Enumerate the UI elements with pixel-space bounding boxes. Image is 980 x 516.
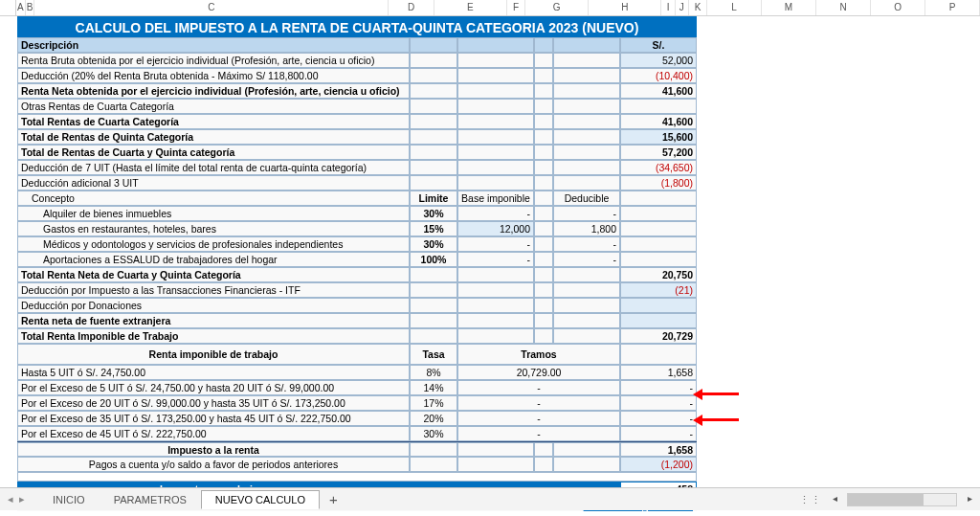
arrow-annotation-1 xyxy=(701,393,739,395)
tax-bracket-row[interactable]: Por el Exceso de 45 UIT ó S/. 222,750.00… xyxy=(17,426,697,441)
concept-row[interactable]: Médicos y odontologos y servicios de pro… xyxy=(17,236,697,252)
add-sheet-button[interactable]: + xyxy=(320,491,347,507)
concept-limite-header: Limite xyxy=(410,191,457,206)
col-N[interactable]: N xyxy=(816,0,871,15)
tab-nav-prev-icon[interactable]: ◂ xyxy=(8,493,13,505)
col-O[interactable]: O xyxy=(871,0,925,15)
impuesto-renta-value: 1,658 xyxy=(620,442,697,457)
col-I[interactable]: I xyxy=(661,0,675,15)
tax-header-tramos: Tramos xyxy=(457,344,620,365)
impuesto-renta-label: Impuesto a la renta xyxy=(17,442,410,457)
col-A[interactable]: A xyxy=(16,0,26,15)
row-gutter xyxy=(0,16,17,511)
horizontal-scrollbar[interactable]: ⋮⋮ ◂ ▸ xyxy=(799,489,976,510)
table-row[interactable]: Deducción por Donaciones xyxy=(17,298,697,313)
concept-header: Concepto xyxy=(17,191,410,206)
col-J[interactable]: J xyxy=(676,0,689,15)
table-row[interactable]: Deducción de 7 UIT (Hasta el límite del … xyxy=(17,160,697,175)
table-row[interactable]: Total Renta Imponible de Trabajo20,729 xyxy=(17,328,697,344)
concept-ded-header: Deducible xyxy=(553,191,620,206)
tax-bracket-row[interactable]: Por el Exceso de 20 UIT ó S/. 99,000.00 … xyxy=(17,395,697,411)
table-row[interactable]: Total de Rentas de Quinta Categoría15,60… xyxy=(17,129,697,145)
table-row[interactable]: Renta Neta obtenida por el ejercicio ind… xyxy=(17,83,697,99)
table-row[interactable]: Total Renta Neta de Cuarta y Quinta Cate… xyxy=(17,267,697,282)
col-C[interactable]: C xyxy=(34,0,389,15)
concept-row[interactable]: Alquiler de bienes inmuebles30%-- xyxy=(17,206,697,221)
column-header-row: A B C D E F G H I J K L M N O P xyxy=(0,0,980,16)
table-row[interactable]: Total Rentas de Cuarta Categoría41,600 xyxy=(17,114,697,129)
pagos-cuenta-label: Pagos a cuenta y/o saldo a favor de peri… xyxy=(17,457,410,472)
tab-inicio[interactable]: INICIO xyxy=(38,490,100,509)
tab-nav-next-icon[interactable]: ▸ xyxy=(19,493,25,505)
table-title: CALCULO DEL IMPUESTO A LA RENTA DE CUART… xyxy=(17,16,697,37)
col-E[interactable]: E xyxy=(434,0,507,15)
tab-split-handle-icon[interactable]: ⋮⋮ xyxy=(799,495,822,505)
tax-header-desc: Renta imponible de trabajo xyxy=(17,344,410,365)
tax-header-tasa: Tasa xyxy=(410,344,457,365)
col-H[interactable]: H xyxy=(589,0,661,15)
header-soles: S/. xyxy=(620,37,697,53)
table-row[interactable]: Renta Bruta obtenida por el ejercicio in… xyxy=(17,53,697,68)
table-row[interactable]: Deducción (20% del Renta Bruta obtenida … xyxy=(17,68,697,83)
arrow-annotation-2 xyxy=(701,418,739,421)
col-M[interactable]: M xyxy=(762,0,816,15)
table-row[interactable]: Total de Rentas de Cuarta y Quinta categ… xyxy=(17,145,697,160)
scroll-right-icon[interactable]: ▸ xyxy=(963,493,976,506)
table-row[interactable]: Deducción por Impuesto a las Transaccion… xyxy=(17,282,697,298)
concept-row[interactable]: Gastos en restaurantes, hoteles, bares15… xyxy=(17,221,697,236)
col-D[interactable]: D xyxy=(389,0,434,15)
pagos-cuenta-value[interactable]: (1,200) xyxy=(620,457,697,472)
tab-nuevo-calculo[interactable]: NUEVO CALCULO xyxy=(201,490,320,509)
tax-bracket-row[interactable]: Por el Exceso de 35 UIT ó S/. 173,250.00… xyxy=(17,411,697,426)
col-P[interactable]: P xyxy=(925,0,980,15)
scroll-left-icon[interactable]: ◂ xyxy=(828,493,841,506)
table-row[interactable]: Renta neta de fuente extranjera xyxy=(17,313,697,328)
col-K[interactable]: K xyxy=(689,0,707,15)
scroll-thumb[interactable] xyxy=(848,494,924,505)
col-G[interactable]: G xyxy=(525,0,589,15)
tax-bracket-row[interactable]: Hasta 5 UIT ó S/. 24,750.008%20,729.001,… xyxy=(17,365,697,380)
col-B[interactable]: B xyxy=(26,0,35,15)
col-L[interactable]: L xyxy=(707,0,762,15)
tax-bracket-row[interactable]: Por el Exceso de 5 UIT ó S/. 24,750.00 y… xyxy=(17,380,697,395)
concept-row[interactable]: Aportaciones a ESSALUD de trabajadores d… xyxy=(17,252,697,267)
concept-base-header: Base imponible xyxy=(457,191,534,206)
tab-parametros[interactable]: PARAMETROS xyxy=(100,490,201,509)
table-row[interactable]: Otras Rentas de Cuarta Categoría xyxy=(17,99,697,114)
col-F[interactable]: F xyxy=(507,0,525,15)
header-descripcion: Descripción xyxy=(17,37,410,53)
calculation-table: CALCULO DEL IMPUESTO A LA RENTA DE CUART… xyxy=(17,16,697,511)
table-row[interactable]: Deducción adicional 3 UIT(1,800) xyxy=(17,175,697,191)
